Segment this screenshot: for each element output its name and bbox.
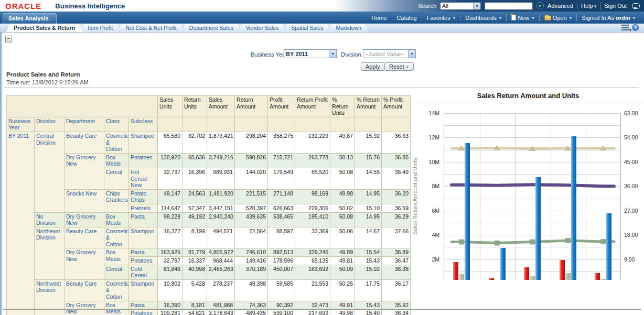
measure-cell: 494,571 [207,227,235,248]
page-tab[interactable]: Department Sales [182,24,241,32]
measure-cell: 88,597 [268,227,295,248]
dimension-cell: Cereal [104,265,129,279]
nav-home[interactable]: Home [367,15,391,21]
measure-cell: 14.55 [355,168,382,189]
measure-cell: 370,189 [235,265,268,279]
measure-cell: 36.17 [382,279,411,301]
header-spacer [235,117,268,132]
help-menu[interactable]: Help [581,3,596,9]
measure-cell: 10,802 [158,279,183,301]
measure-cell: 32,737 [158,168,183,189]
open-button[interactable]: Open [540,15,576,21]
new-button[interactable]: New [507,15,539,21]
line-series [452,184,614,186]
measure-cell: 15.43 [355,301,382,309]
measure-cell: 32,702 [183,132,207,153]
measure-cell: 131,229 [295,132,330,153]
page-tab-active[interactable]: Product Sales & Return [6,24,82,32]
measure-cell: 149,416 [235,257,268,265]
dimension-cell: Box Meals [104,212,129,227]
bar-return-profit-amount [565,273,571,280]
measure-cell: 450,007 [268,265,295,279]
measure-cell: 36.20 [382,189,411,204]
measure-cell: 57,347 [183,204,207,212]
apply-button[interactable]: Apply [361,62,385,71]
measure-cell: 2,465,263 [207,265,235,279]
feedback-bubble-icon[interactable] [632,3,640,9]
measure-cell: 1,481,920 [207,189,235,204]
measure-cell: 50.06 [330,227,355,248]
measure-cell: 15.76 [355,153,382,168]
measure-cell: 217,692 [295,309,330,315]
table-row: BY 2011Central DivisionBeauty CareCosmet… [7,132,411,153]
business-year-select[interactable]: BY 2011 [284,49,337,58]
chevron-down-icon[interactable] [329,50,336,58]
right-axis-tick: 63.00 [624,110,638,116]
page-tab[interactable]: Spatial Sales [284,24,330,32]
sign-out-link[interactable]: Sign Out [604,3,627,9]
measure-cell: 36.38 [382,265,411,279]
nav-dashboards[interactable]: Dashboards [460,15,506,21]
dimension-cell: Cereal [104,168,129,189]
measure-cell: 16,377 [158,227,183,248]
search-input[interactable] [485,2,533,10]
measure-cell: 90,392 [268,301,295,309]
dashboard-tab-sales-analysis[interactable]: Sales Analysis [3,13,57,24]
dimension-cell: Hot Cereal New [129,168,158,189]
header-spacer [295,117,330,132]
measure-cell: 74,363 [235,301,268,309]
chevron-down-icon[interactable] [473,3,480,9]
advanced-link[interactable]: Advanced [548,3,573,9]
measure-cell: 3,178,643 [207,309,235,315]
dimension-cell: Chips Crackers [104,189,129,212]
measure-cell: 489,435 [235,309,268,315]
dimension-cell: Potatoes [129,153,158,168]
measure-cell: 98,228 [158,212,183,227]
measure-cell: 109,281 [158,309,183,315]
measure-cell: 72,564 [235,227,268,248]
measure-cell: 481,988 [207,301,235,309]
bar-return-profit-amount [600,279,606,280]
measure-cell: 16,396 [183,168,207,189]
nav-catalog[interactable]: Catalog [392,15,422,21]
bar-return-amount [524,267,529,280]
measure-cell: 144,020 [235,168,268,189]
measure-cell: 54,621 [183,309,207,315]
page-tab[interactable]: Item Profit [80,24,120,32]
column-header: Return Profit Amount [295,96,330,117]
table-row: Northeast DivisionBeauty CareCosmetics &… [7,227,411,248]
measure-cell: 98,169 [295,189,330,204]
reset-button[interactable]: Reset [384,62,414,71]
help-icon[interactable] [632,24,639,31]
new-page-icon [511,15,516,20]
measure-cell: 40,998 [183,265,207,279]
table-row: Dry Grocery NewBox MealsPasta163,92681,7… [7,248,411,257]
report-title: Product Sales and Return [6,71,80,78]
measure-cell: 24,563 [183,189,207,204]
page-tab[interactable]: Vendor Sales [239,24,286,32]
division-select[interactable]: --Select Value-- [363,49,416,58]
oracle-logo: ORACLE [5,2,41,10]
dimension-cell: Pretzels [129,204,158,212]
collapse-section-icon[interactable] [5,36,12,42]
dimension-cell: Beauty Care [65,227,104,248]
nav-favorites[interactable]: Favorites [422,15,460,21]
page-tab[interactable]: Net Cost & Net Profit [118,24,184,32]
page-options-icon[interactable] [621,25,629,30]
left-axis-tick: 6M [418,208,439,214]
bar-return-amount [560,260,565,280]
measure-cell: 32,473 [295,301,330,309]
section-bottom-border [3,309,641,310]
measure-cell: 50.08 [330,212,355,227]
column-header: Return Amount [235,96,268,117]
chevron-down-icon[interactable] [408,50,415,58]
measure-cell: 178,596 [268,257,295,265]
measure-cell: 3,447,151 [207,204,235,212]
signed-in-menu[interactable]: Signed In Asordm [577,15,640,21]
measure-cell: 49,398 [235,279,268,301]
dimension-cell: Cosmetics & Cotton [104,132,129,153]
page-tabs: Product Sales & ReturnItem ProfitNet Cos… [6,24,367,32]
page-tab[interactable]: Markdown [328,24,368,32]
search-go-button[interactable] [536,2,544,9]
search-scope-select[interactable]: All [440,2,481,10]
